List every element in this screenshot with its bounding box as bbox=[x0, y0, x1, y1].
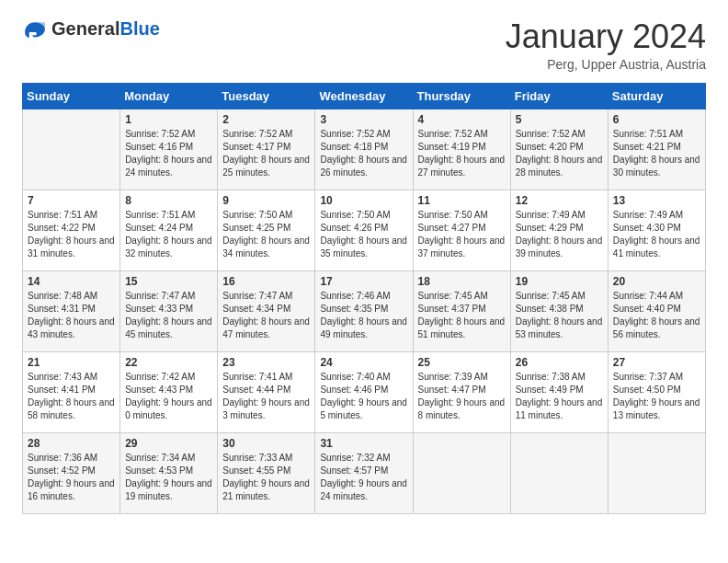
day-info: Sunrise: 7:41 AMSunset: 4:44 PMDaylight:… bbox=[222, 372, 310, 420]
day-info: Sunrise: 7:52 AMSunset: 4:17 PMDaylight:… bbox=[222, 129, 310, 178]
calendar-cell: 5Sunrise: 7:52 AMSunset: 4:20 PMDaylight… bbox=[510, 109, 608, 190]
day-number: 18 bbox=[418, 275, 506, 288]
day-info: Sunrise: 7:50 AMSunset: 4:27 PMDaylight:… bbox=[418, 210, 506, 259]
calendar-cell: 8Sunrise: 7:51 AMSunset: 4:24 PMDaylight… bbox=[120, 190, 218, 270]
day-info: Sunrise: 7:44 AMSunset: 4:40 PMDaylight:… bbox=[613, 291, 700, 339]
day-info: Sunrise: 7:52 AMSunset: 4:16 PMDaylight:… bbox=[125, 129, 212, 178]
day-number: 9 bbox=[222, 194, 310, 207]
day-number: 24 bbox=[320, 356, 407, 369]
calendar-cell bbox=[608, 432, 705, 513]
calendar-cell: 23Sunrise: 7:41 AMSunset: 4:44 PMDayligh… bbox=[218, 351, 315, 432]
calendar-cell: 15Sunrise: 7:47 AMSunset: 4:33 PMDayligh… bbox=[120, 270, 218, 351]
header-thursday: Thursday bbox=[413, 83, 510, 109]
title-block: January 2024 Perg, Upper Austria, Austri… bbox=[506, 18, 706, 72]
calendar-week-2: 14Sunrise: 7:48 AMSunset: 4:31 PMDayligh… bbox=[23, 270, 706, 351]
location-title: Perg, Upper Austria, Austria bbox=[506, 57, 706, 72]
calendar-week-3: 21Sunrise: 7:43 AMSunset: 4:41 PMDayligh… bbox=[23, 351, 706, 432]
calendar-cell: 28Sunrise: 7:36 AMSunset: 4:52 PMDayligh… bbox=[23, 432, 120, 513]
day-number: 14 bbox=[28, 275, 115, 288]
calendar-cell: 2Sunrise: 7:52 AMSunset: 4:17 PMDaylight… bbox=[218, 109, 315, 190]
day-info: Sunrise: 7:47 AMSunset: 4:34 PMDaylight:… bbox=[222, 291, 310, 339]
calendar-cell: 11Sunrise: 7:50 AMSunset: 4:27 PMDayligh… bbox=[413, 190, 510, 270]
calendar-cell: 22Sunrise: 7:42 AMSunset: 4:43 PMDayligh… bbox=[120, 351, 218, 432]
day-info: Sunrise: 7:47 AMSunset: 4:33 PMDaylight:… bbox=[125, 291, 212, 339]
calendar-cell: 4Sunrise: 7:52 AMSunset: 4:19 PMDaylight… bbox=[413, 109, 510, 190]
day-info: Sunrise: 7:43 AMSunset: 4:41 PMDaylight:… bbox=[28, 372, 115, 420]
day-info: Sunrise: 7:51 AMSunset: 4:22 PMDaylight:… bbox=[28, 210, 115, 259]
month-title: January 2024 bbox=[506, 18, 706, 55]
day-number: 3 bbox=[320, 113, 407, 126]
header-sunday: Sunday bbox=[23, 83, 120, 109]
logo-general: General bbox=[51, 18, 119, 39]
calendar-cell: 20Sunrise: 7:44 AMSunset: 4:40 PMDayligh… bbox=[608, 270, 705, 351]
calendar-table: SundayMondayTuesdayWednesdayThursdayFrid… bbox=[22, 83, 706, 514]
calendar-cell: 27Sunrise: 7:37 AMSunset: 4:50 PMDayligh… bbox=[608, 351, 705, 432]
logo-icon bbox=[22, 19, 48, 40]
calendar-cell: 1Sunrise: 7:52 AMSunset: 4:16 PMDaylight… bbox=[120, 109, 218, 190]
day-info: Sunrise: 7:50 AMSunset: 4:25 PMDaylight:… bbox=[222, 210, 310, 259]
day-info: Sunrise: 7:34 AMSunset: 4:53 PMDaylight:… bbox=[125, 453, 212, 501]
day-number: 20 bbox=[613, 275, 700, 288]
day-info: Sunrise: 7:46 AMSunset: 4:35 PMDaylight:… bbox=[320, 291, 407, 339]
day-info: Sunrise: 7:49 AMSunset: 4:29 PMDaylight:… bbox=[516, 210, 603, 259]
day-number: 23 bbox=[222, 356, 310, 369]
header-saturday: Saturday bbox=[608, 83, 705, 109]
calendar-cell: 9Sunrise: 7:50 AMSunset: 4:25 PMDaylight… bbox=[218, 190, 315, 270]
header-row: SundayMondayTuesdayWednesdayThursdayFrid… bbox=[23, 83, 706, 109]
day-info: Sunrise: 7:51 AMSunset: 4:21 PMDaylight:… bbox=[613, 129, 700, 178]
logo-text: GeneralBlue bbox=[51, 18, 160, 40]
day-number: 16 bbox=[222, 275, 310, 288]
day-number: 31 bbox=[320, 437, 407, 450]
header-friday: Friday bbox=[510, 83, 608, 109]
calendar-cell: 21Sunrise: 7:43 AMSunset: 4:41 PMDayligh… bbox=[23, 351, 120, 432]
calendar-cell: 16Sunrise: 7:47 AMSunset: 4:34 PMDayligh… bbox=[218, 270, 315, 351]
day-info: Sunrise: 7:50 AMSunset: 4:26 PMDaylight:… bbox=[320, 210, 407, 259]
calendar-cell: 18Sunrise: 7:45 AMSunset: 4:37 PMDayligh… bbox=[413, 270, 510, 351]
day-info: Sunrise: 7:38 AMSunset: 4:49 PMDaylight:… bbox=[516, 372, 603, 420]
day-info: Sunrise: 7:36 AMSunset: 4:52 PMDaylight:… bbox=[28, 453, 115, 501]
calendar-cell: 30Sunrise: 7:33 AMSunset: 4:55 PMDayligh… bbox=[218, 432, 315, 513]
calendar-cell bbox=[510, 432, 608, 513]
day-number: 2 bbox=[222, 113, 310, 126]
calendar-cell: 3Sunrise: 7:52 AMSunset: 4:18 PMDaylight… bbox=[315, 109, 413, 190]
logo: GeneralBlue bbox=[22, 18, 160, 40]
day-number: 27 bbox=[613, 356, 700, 369]
day-info: Sunrise: 7:39 AMSunset: 4:47 PMDaylight:… bbox=[418, 372, 506, 420]
logo-blue: Blue bbox=[119, 18, 159, 39]
header-monday: Monday bbox=[120, 83, 218, 109]
day-number: 10 bbox=[320, 194, 407, 207]
day-number: 4 bbox=[418, 113, 506, 126]
calendar-cell: 12Sunrise: 7:49 AMSunset: 4:29 PMDayligh… bbox=[510, 190, 608, 270]
page-header: GeneralBlue January 2024 Perg, Upper Aus… bbox=[22, 18, 706, 72]
calendar-cell: 13Sunrise: 7:49 AMSunset: 4:30 PMDayligh… bbox=[608, 190, 705, 270]
day-info: Sunrise: 7:45 AMSunset: 4:37 PMDaylight:… bbox=[418, 291, 506, 339]
header-wednesday: Wednesday bbox=[315, 83, 413, 109]
day-number: 26 bbox=[516, 356, 603, 369]
header-tuesday: Tuesday bbox=[218, 83, 315, 109]
day-info: Sunrise: 7:40 AMSunset: 4:46 PMDaylight:… bbox=[320, 372, 407, 420]
day-number: 25 bbox=[418, 356, 506, 369]
day-number: 22 bbox=[125, 356, 212, 369]
calendar-cell: 26Sunrise: 7:38 AMSunset: 4:49 PMDayligh… bbox=[510, 351, 608, 432]
day-info: Sunrise: 7:32 AMSunset: 4:57 PMDaylight:… bbox=[320, 453, 407, 501]
day-number: 8 bbox=[125, 194, 212, 207]
day-info: Sunrise: 7:48 AMSunset: 4:31 PMDaylight:… bbox=[28, 291, 115, 339]
calendar-cell bbox=[23, 109, 120, 190]
day-number: 12 bbox=[516, 194, 603, 207]
day-number: 17 bbox=[320, 275, 407, 288]
calendar-cell: 31Sunrise: 7:32 AMSunset: 4:57 PMDayligh… bbox=[315, 432, 413, 513]
day-number: 6 bbox=[613, 113, 700, 126]
calendar-cell: 10Sunrise: 7:50 AMSunset: 4:26 PMDayligh… bbox=[315, 190, 413, 270]
calendar-header: SundayMondayTuesdayWednesdayThursdayFrid… bbox=[23, 83, 706, 109]
calendar-cell: 19Sunrise: 7:45 AMSunset: 4:38 PMDayligh… bbox=[510, 270, 608, 351]
calendar-cell: 6Sunrise: 7:51 AMSunset: 4:21 PMDaylight… bbox=[608, 109, 705, 190]
calendar-cell: 29Sunrise: 7:34 AMSunset: 4:53 PMDayligh… bbox=[120, 432, 218, 513]
day-info: Sunrise: 7:37 AMSunset: 4:50 PMDaylight:… bbox=[613, 372, 700, 420]
day-number: 28 bbox=[28, 437, 115, 450]
day-info: Sunrise: 7:52 AMSunset: 4:18 PMDaylight:… bbox=[320, 129, 407, 178]
calendar-week-1: 7Sunrise: 7:51 AMSunset: 4:22 PMDaylight… bbox=[23, 190, 706, 270]
calendar-cell: 7Sunrise: 7:51 AMSunset: 4:22 PMDaylight… bbox=[23, 190, 120, 270]
calendar-week-4: 28Sunrise: 7:36 AMSunset: 4:52 PMDayligh… bbox=[23, 432, 706, 513]
calendar-cell: 17Sunrise: 7:46 AMSunset: 4:35 PMDayligh… bbox=[315, 270, 413, 351]
day-number: 21 bbox=[28, 356, 115, 369]
